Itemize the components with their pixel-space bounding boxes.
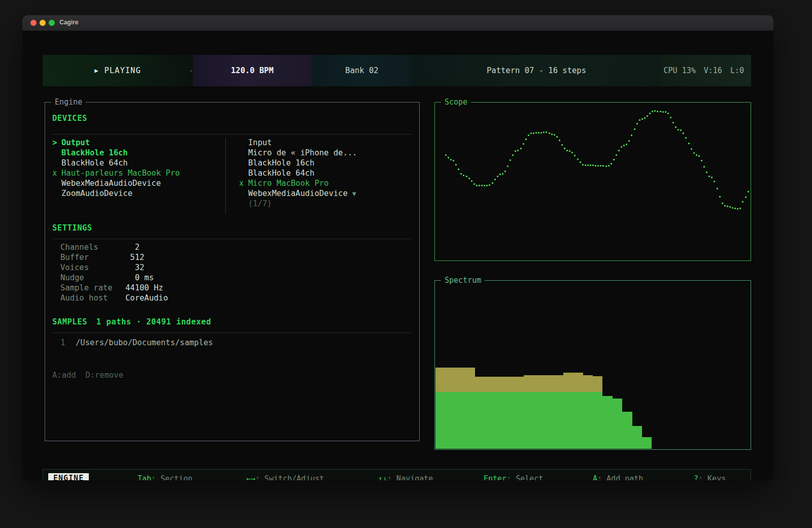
spectrum-panel: Spectrum	[434, 280, 751, 450]
samples-meta: 1 paths · 20491 indexed	[96, 317, 211, 326]
setting-value: 512	[125, 253, 144, 262]
spectrum-bar-olive-segment	[504, 377, 514, 392]
device-name: Input	[248, 138, 272, 147]
spectrum-bar	[602, 281, 612, 449]
setting-value: 0 ms	[125, 273, 154, 282]
device-name: BlackHole 64ch	[61, 158, 128, 168]
settings-row[interactable]: Audio hostCoreAudio	[60, 293, 263, 304]
zoom-button[interactable]	[49, 20, 55, 26]
spectrum-bar	[701, 281, 710, 449]
spectrum-bar-green-segment	[622, 412, 632, 449]
spectrum-bar	[642, 281, 652, 449]
spectrum-bar	[662, 281, 671, 449]
hint-key: Enter	[484, 474, 506, 480]
spectrum-bar	[435, 281, 445, 449]
spectrum-bar	[681, 281, 691, 449]
scope-panel: Scope	[434, 102, 751, 261]
spectrum-bar	[721, 281, 730, 449]
device-row[interactable]: ZoomAudioDevice	[52, 189, 220, 199]
settings-row[interactable]: Nudge 0 ms	[60, 273, 263, 283]
setting-label: Sample rate	[60, 283, 113, 292]
spectrum-bar-green-segment	[563, 392, 573, 449]
engine-panel-title: Engine	[51, 97, 86, 107]
spectrum-bar	[514, 281, 524, 449]
pattern-value: Pattern 07 - 16 steps	[487, 66, 586, 75]
device-name: Micro de « iPhone de...	[248, 148, 357, 157]
voices-value: V:16	[704, 66, 722, 75]
setting-value: 2	[125, 243, 140, 252]
spectrum-bar	[544, 281, 553, 449]
device-name: BlackHole 64ch	[248, 169, 315, 178]
device-row[interactable]: Micro de « iPhone de...	[239, 148, 407, 158]
settings-heading: SETTINGS	[52, 223, 92, 233]
devices-divider-line	[52, 134, 411, 135]
spectrum-bar-green-segment	[602, 396, 612, 449]
scope-waveform	[435, 103, 750, 260]
settings-row[interactable]: Channels 2	[60, 243, 263, 253]
device-name: BlackHole 16ch	[248, 158, 315, 168]
spectrum-bar	[504, 281, 514, 449]
spectrum-bar-olive-segment	[465, 368, 475, 392]
hint-key: ?	[694, 474, 698, 480]
spectrum-bar-green-segment	[613, 399, 622, 449]
device-columns-divider	[225, 138, 226, 213]
close-button[interactable]	[30, 20, 37, 26]
bpm-segment: 120.0 BPM	[193, 55, 312, 86]
device-active-marker: x	[239, 179, 244, 188]
device-row[interactable]: BlackHole 16ch	[239, 158, 407, 169]
app-window: Cagire ▶ PLAYING 120.0 BPM Bank 02 Patte…	[22, 15, 773, 480]
spectrum-bar	[622, 281, 632, 449]
beat-tick: -	[189, 55, 193, 86]
device-row[interactable]: >Output	[52, 138, 220, 148]
spectrum-bar-olive-segment	[485, 377, 494, 392]
settings-row[interactable]: Sample rate44100 Hz	[60, 283, 263, 293]
setting-label: Nudge	[60, 273, 84, 282]
spectrum-bar-olive-segment	[455, 368, 465, 392]
device-name: WebexMediaAudioDevice	[61, 179, 161, 188]
spectrum-bar	[563, 281, 573, 449]
device-name: BlackHole 16ch	[61, 148, 128, 157]
device-row[interactable]: xHaut-parleurs MacBook Pro	[52, 169, 220, 179]
setting-label: Buffer	[60, 253, 89, 262]
app-content: ▶ PLAYING 120.0 BPM Bank 02 Pattern 07 -…	[22, 31, 773, 480]
spectrum-bar	[691, 281, 701, 449]
setting-label: Voices	[60, 263, 89, 272]
engine-panel: Engine DEVICES >OutputBlackHole 16chBlac…	[45, 102, 420, 441]
device-active-marker: >	[52, 138, 57, 147]
device-row[interactable]: xMicro MacBook Pro	[239, 179, 407, 189]
spectrum-bar	[534, 281, 544, 449]
device-row[interactable]: WebexMediaAudioDevice	[52, 179, 220, 189]
spectrum-bar-green-segment	[632, 426, 642, 449]
cpu-value: CPU 13%	[664, 66, 696, 75]
spectrum-bar-olive-segment	[514, 377, 524, 392]
footer-hint: A: Add path	[593, 474, 643, 480]
settings-row[interactable]: Voices 32	[60, 263, 263, 273]
minimize-button[interactable]	[40, 20, 46, 26]
spectrum-bar-olive-segment	[524, 375, 533, 392]
settings-row[interactable]: Buffer 512	[60, 253, 263, 263]
spectrum-bar	[524, 281, 533, 449]
spectrum-bar-olive-segment	[435, 368, 445, 392]
devices-heading: DEVICES	[52, 114, 87, 123]
device-row[interactable]: BlackHole 64ch	[239, 169, 407, 179]
device-row[interactable]: BlackHole 64ch	[52, 158, 220, 169]
samples-heading: SAMPLES1 paths · 20491 indexed	[52, 317, 211, 326]
spectrum-bar	[632, 281, 642, 449]
hint-label: : Switch/Adjust	[255, 474, 324, 480]
window-title: Cagire	[59, 19, 78, 26]
device-row[interactable]: WebexMediaAudioDevice▼	[239, 189, 407, 199]
settings-divider-line	[52, 239, 411, 239]
spectrum-bar-green-segment	[455, 392, 465, 449]
spectrum-bar-green-segment	[583, 392, 593, 449]
system-stats-segment: CPU 13% V:16 L:0	[661, 55, 751, 86]
bank-segment: Bank 02	[312, 55, 412, 86]
device-row[interactable]: Input	[239, 138, 407, 148]
spectrum-bar-green-segment	[504, 392, 514, 449]
setting-label: Audio host	[60, 293, 108, 303]
spectrum-bars	[435, 281, 750, 449]
device-row[interactable]: BlackHole 16ch	[52, 148, 220, 158]
spectrum-bar	[711, 281, 721, 449]
sample-path-row[interactable]: 1/Users/bubo/Documents/samples	[60, 338, 314, 348]
device-name: WebexMediaAudioDevice▼	[248, 189, 356, 198]
spectrum-bar-olive-segment	[583, 375, 593, 392]
